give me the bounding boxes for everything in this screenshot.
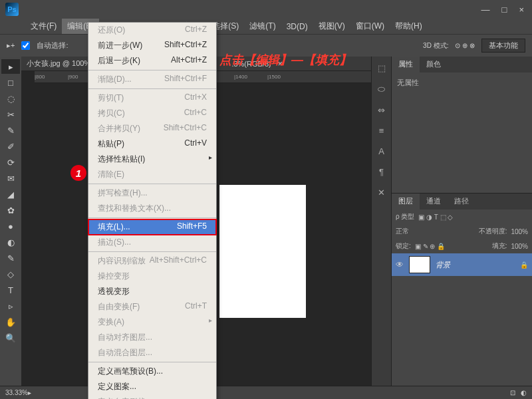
- zoom-level[interactable]: 33.33%: [5, 389, 28, 396]
- menu-item-label: 定义画笔预设(B)...: [98, 366, 163, 377]
- menu-item-还原o: 还原(O)Ctrl+Z: [88, 23, 216, 38]
- menu-item-查找和替换文本x: 查找和替换文本(X)...: [88, 201, 216, 216]
- footer-icon-1[interactable]: ⊡: [510, 389, 515, 396]
- main-menubar: 文件(F) 编辑(E) 图像(I) 图层(L) 文字(Y) 选择(S) 滤镜(T…: [0, 19, 532, 34]
- edit-menu-dropdown: 还原(O)Ctrl+Z前进一步(W)Shift+Ctrl+Z后退一步(K)Alt…: [88, 22, 217, 399]
- menu-item-前进一步w[interactable]: 前进一步(W)Shift+Ctrl+Z: [88, 38, 216, 53]
- panel-icon-2[interactable]: ⇔: [378, 105, 385, 115]
- panel-icon-1[interactable]: ⬭: [378, 84, 385, 94]
- tool-13[interactable]: ◇: [1, 267, 20, 281]
- fill-value[interactable]: 100%: [511, 243, 528, 250]
- tool-10[interactable]: ●: [1, 219, 20, 233]
- menu-view[interactable]: 视图(V): [313, 19, 350, 34]
- tab-color[interactable]: 颜色: [420, 57, 448, 72]
- layer-visibility-icon[interactable]: 👁: [396, 260, 404, 269]
- tool-17[interactable]: 🔍: [1, 331, 20, 345]
- menu-item-内容识别缩放: 内容识别缩放Alt+Shift+Ctrl+C: [88, 253, 216, 269]
- tool-5[interactable]: ✐: [1, 139, 20, 154]
- lock-icon: 🔒: [520, 261, 528, 269]
- collapsed-panel-strip: ⬚⬭⇔≡A¶✕: [371, 57, 391, 399]
- menu-item-自动混合图层: 自动混合图层...: [88, 345, 216, 360]
- menu-item-填充l[interactable]: 填充(L)...Shift+F5: [88, 219, 216, 235]
- tool-11[interactable]: ◐: [1, 235, 20, 249]
- menu-item-操控变形: 操控变形: [88, 269, 216, 284]
- menu-item-label: 自动混合图层...: [98, 347, 152, 358]
- tool-4[interactable]: ✎: [1, 123, 20, 138]
- menu-item-选择性粘贴i[interactable]: 选择性粘贴(I): [88, 152, 216, 167]
- menu-item-shortcut: Alt+Ctrl+Z: [171, 55, 207, 66]
- layer-item-background[interactable]: 👁 背景 🔒: [392, 253, 532, 276]
- tool-15[interactable]: ▹: [1, 299, 20, 313]
- menu-3d[interactable]: 3D(D): [281, 20, 313, 33]
- tool-1[interactable]: □: [1, 75, 20, 90]
- panel-icon-0[interactable]: ⬚: [378, 63, 386, 73]
- menu-item-shortcut: Shift+Ctrl+Z: [164, 40, 207, 51]
- menu-separator: [88, 362, 216, 362]
- menu-item-描边s: 描边(S)...: [88, 235, 216, 250]
- status-arrow-icon[interactable]: ▸: [28, 389, 31, 396]
- tool-8[interactable]: ◢: [1, 187, 20, 201]
- tool-palette: ▸□◌✂✎✐⟳✉◢✿●◐✎◇T▹✋🔍: [0, 57, 21, 399]
- tool-16[interactable]: ✋: [1, 315, 20, 329]
- menu-filter[interactable]: 滤镜(T): [244, 19, 281, 34]
- tool-6[interactable]: ⟳: [1, 155, 20, 170]
- tab-properties[interactable]: 属性: [392, 57, 420, 72]
- panel-icon-4[interactable]: A: [378, 146, 384, 156]
- tool-9[interactable]: ✿: [1, 203, 20, 217]
- document-canvas[interactable]: [219, 185, 306, 318]
- tool-0[interactable]: ▸: [1, 59, 20, 74]
- tool-7[interactable]: ✉: [1, 171, 20, 186]
- panel-icon-6[interactable]: ✕: [378, 188, 385, 198]
- blend-mode-select[interactable]: 正常: [396, 227, 409, 236]
- menu-separator: [88, 70, 216, 70]
- menu-item-label: 内容识别缩放: [98, 255, 146, 267]
- workspace-switcher[interactable]: 基本功能: [481, 39, 525, 53]
- layer-filter-label: ρ 类型: [396, 212, 414, 221]
- menu-item-label: 自由变换(F): [98, 301, 140, 313]
- menu-item-定义自定形状: 定义自定形状...: [88, 394, 216, 399]
- opacity-label: 不透明度:: [479, 227, 507, 236]
- menu-item-label: 还原(O): [98, 25, 125, 36]
- tool-14[interactable]: T: [1, 283, 20, 297]
- menu-item-后退一步k[interactable]: 后退一步(K)Alt+Ctrl+Z: [88, 53, 216, 68]
- menu-window[interactable]: 窗口(W): [350, 19, 390, 34]
- ruler-tick: |800: [35, 74, 68, 80]
- menu-item-粘贴p[interactable]: 粘贴(P)Ctrl+V: [88, 136, 216, 152]
- panel-icon-3[interactable]: ≡: [379, 126, 384, 136]
- menu-item-shortcut: Ctrl+C: [184, 108, 207, 119]
- menu-item-透视变形[interactable]: 透视变形: [88, 284, 216, 299]
- auto-select-checkbox[interactable]: [21, 41, 30, 50]
- menu-item-合并拷贝y: 合并拷贝(Y)Shift+Ctrl+C: [88, 121, 216, 136]
- window-close[interactable]: ×: [519, 5, 524, 15]
- panel-icon-5[interactable]: ¶: [379, 167, 384, 177]
- tab-paths[interactable]: 路径: [448, 194, 475, 209]
- filter-icons[interactable]: ▣ ◑ T ⬚ ◇: [418, 213, 453, 221]
- tool-3[interactable]: ✂: [1, 107, 20, 122]
- menu-separator: [88, 251, 216, 252]
- mode-3d-icon[interactable]: ⊙ ⊕ ⊗: [455, 42, 475, 49]
- window-maximize[interactable]: □: [502, 5, 507, 15]
- menu-file[interactable]: 文件(F): [25, 19, 62, 34]
- tool-12[interactable]: ✎: [1, 251, 20, 265]
- layer-thumbnail[interactable]: [409, 256, 430, 273]
- menu-item-shortcut: Ctrl+Z: [185, 25, 207, 36]
- menu-item-label: 拷贝(C): [98, 108, 125, 119]
- menu-item-定义图案[interactable]: 定义图案...: [88, 379, 216, 394]
- menu-separator: [88, 184, 216, 184]
- menu-item-定义画笔预设b[interactable]: 定义画笔预设(B)...: [88, 364, 216, 379]
- ruler-tick: |1500: [267, 74, 301, 80]
- menu-item-label: 合并拷贝(Y): [98, 123, 140, 134]
- window-minimize[interactable]: —: [481, 5, 490, 15]
- tab-layers[interactable]: 图层: [392, 194, 420, 209]
- tab-channels[interactable]: 通道: [420, 194, 448, 209]
- menu-separator: [88, 88, 216, 89]
- menu-item-label: 变换(A): [98, 317, 124, 328]
- lock-icons[interactable]: ▣ ✎ ⊕ 🔒: [415, 243, 445, 250]
- move-tool-icon: ▸+: [7, 41, 15, 50]
- menu-help[interactable]: 帮助(H): [390, 19, 428, 34]
- fill-label: 填充:: [492, 241, 507, 251]
- footer-icon-2[interactable]: ◐: [521, 389, 527, 396]
- ruler-tick: |1400: [234, 74, 267, 80]
- opacity-value[interactable]: 100%: [511, 228, 528, 235]
- tool-2[interactable]: ◌: [1, 91, 20, 106]
